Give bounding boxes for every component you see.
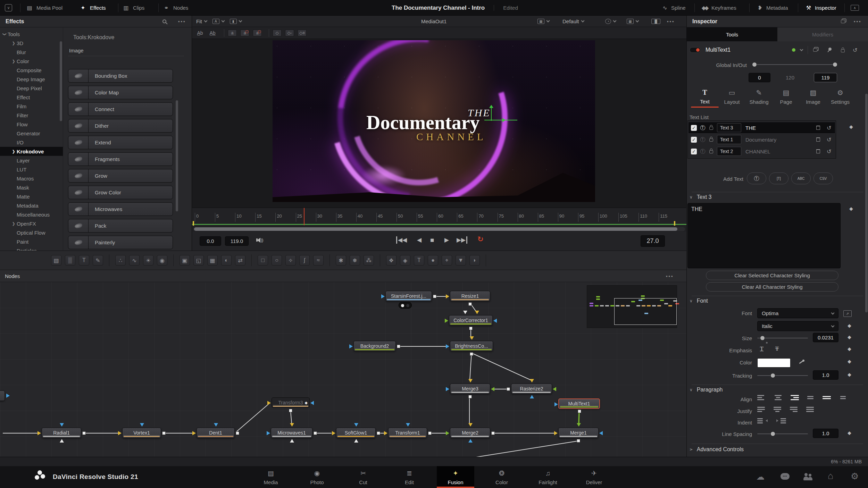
range-out-field[interactable]: 119.0 — [225, 236, 249, 246]
blur-tool-icon[interactable]: ◉ — [157, 255, 167, 266]
loop-button[interactable]: ↻ — [477, 235, 484, 243]
node-merge2[interactable]: Merge2 — [450, 428, 490, 438]
collaboration-icon[interactable] — [803, 473, 814, 481]
node-port-right[interactable] — [384, 431, 387, 435]
node-port-right[interactable] — [332, 431, 335, 435]
node-output-square[interactable] — [507, 387, 510, 391]
node-port-right[interactable] — [267, 401, 271, 405]
node-port-right[interactable] — [446, 387, 449, 391]
brightness-contrast-tool-icon[interactable]: ☀ — [143, 255, 153, 266]
bspline-mask-tool-icon[interactable]: ∫ — [299, 255, 310, 266]
play-reverse-button[interactable]: ◀ — [417, 236, 422, 244]
magic-mask-tool-icon[interactable]: ≈ — [313, 255, 324, 266]
tab-settings[interactable]: ⚙Settings — [827, 89, 853, 110]
node-softglow1[interactable]: SoftGlow1 — [336, 428, 376, 438]
align-top-icon[interactable] — [806, 396, 817, 404]
node-port-right[interactable] — [446, 344, 449, 348]
node-microwaves1[interactable]: Microwaves1 — [271, 428, 312, 438]
node-partial[interactable] — [0, 390, 5, 401]
color-controls-dropdown[interactable]: ◔ — [605, 19, 616, 24]
tree-item-composite[interactable]: Composite — [0, 66, 63, 75]
camera-3d-tool-icon[interactable]: ⌖ — [442, 255, 452, 266]
node-port-right[interactable] — [446, 294, 449, 298]
node-port-down[interactable] — [470, 336, 474, 340]
node-port-right[interactable] — [118, 431, 122, 435]
polygon-mask-tool-icon[interactable]: ✧ — [285, 255, 296, 266]
checkbox-checked[interactable]: ✓ — [691, 149, 697, 154]
add-text-on-path-button[interactable]: ABC — [791, 173, 811, 184]
tree-item-lut[interactable]: LUT — [0, 165, 63, 174]
tracking-handle[interactable] — [770, 373, 775, 378]
tree-item-openfx[interactable]: ❯OpenFX — [0, 219, 63, 228]
keyframe-diamond-icon[interactable]: ◆ — [849, 206, 853, 211]
tree-item-i-o[interactable]: I/O — [0, 138, 63, 147]
checkbox-checked[interactable]: ✓ — [691, 125, 697, 131]
keyframe-diamond-icon[interactable]: ◆ — [848, 346, 851, 352]
text-3d-tool-icon[interactable]: T — [414, 255, 424, 266]
node-output-square[interactable] — [314, 431, 317, 435]
go-to-start-button[interactable]: ◀◀ — [396, 236, 407, 244]
tool-fragments[interactable]: Fragments — [68, 152, 173, 166]
search-icon[interactable] — [162, 19, 166, 23]
tab-text[interactable]: TText — [692, 89, 718, 110]
line-spacing-handle[interactable] — [770, 431, 775, 436]
stop-button[interactable]: ■ — [430, 236, 434, 244]
node-output-square[interactable] — [236, 431, 239, 435]
page-deliver[interactable]: ✈Deliver — [575, 466, 613, 488]
page-fusion[interactable]: ✦Fusion — [437, 466, 474, 488]
top-button-effects[interactable]: ✦Effects — [79, 0, 106, 16]
page-fairlight[interactable]: ♫Fairlight — [529, 466, 567, 488]
node-resize1[interactable]: Resize1 — [450, 291, 490, 301]
node-connection[interactable] — [471, 353, 532, 380]
keyframe-diamond-icon[interactable]: ◆ — [849, 124, 853, 129]
tree-item-macros[interactable]: Macros — [0, 174, 63, 183]
align-bottom-icon[interactable] — [839, 396, 849, 404]
renderer-3d-tool-icon[interactable]: ▼ — [456, 255, 466, 266]
tab-layout[interactable]: ▭Layout — [719, 89, 745, 110]
node-port-up[interactable] — [290, 439, 294, 443]
channel-dropdown[interactable]: A — [212, 19, 224, 24]
node-port-down[interactable] — [290, 423, 294, 427]
node-output-square[interactable] — [578, 410, 581, 413]
tab-shading[interactable]: ✎Shading — [746, 89, 772, 110]
paragraph-section-header[interactable]: ∨Paragraph — [690, 387, 723, 393]
node-port-down[interactable] — [475, 311, 479, 314]
tool-bounding-box[interactable]: Bounding Box — [68, 69, 173, 83]
clear-all-styling-button[interactable]: Clear All Character Styling — [706, 282, 838, 292]
node-port-right[interactable] — [381, 294, 385, 298]
tree-item-optical-flow[interactable]: Optical Flow — [0, 228, 63, 237]
tree-item-layer[interactable]: Layer — [0, 156, 63, 165]
top-button-metadata[interactable]: ❥Metadata — [756, 0, 788, 16]
color-corrector-tool-icon[interactable]: ∴ — [115, 255, 126, 266]
font-style-dropdown[interactable]: Italic — [757, 321, 838, 331]
global-out-field[interactable]: 119 — [814, 73, 837, 82]
reset-icon[interactable]: ↺ — [853, 47, 857, 53]
text-item-name-field[interactable]: Text 3 — [717, 123, 741, 132]
trash-icon-wrap[interactable] — [816, 137, 820, 143]
tree-item-blur[interactable]: Blur — [0, 48, 63, 57]
node-port-right[interactable] — [554, 431, 558, 435]
tree-item-deep-image[interactable]: Deep Image — [0, 75, 63, 84]
top-button-clips[interactable]: ▥Clips — [122, 0, 144, 16]
node-output-square[interactable] — [577, 439, 580, 443]
node-port-right[interactable] — [349, 344, 353, 348]
align-right-icon[interactable] — [790, 395, 800, 403]
font-browser-icon[interactable]: ⇗ — [843, 310, 852, 317]
tree-item-miscellaneous[interactable]: Miscellaneous — [0, 210, 63, 219]
clear-selected-styling-button[interactable]: Clear Selected Character Styling — [706, 271, 838, 280]
node-rasterize2[interactable]: Rasterize2 — [511, 384, 552, 394]
font-color-swatch[interactable] — [757, 358, 791, 368]
keyframe-diamond-icon[interactable]: ◆ — [848, 359, 851, 364]
text-plus-tool-icon[interactable]: T — [79, 255, 89, 266]
fast-noise-tool-icon[interactable]: ▒ — [65, 255, 75, 266]
global-in-field[interactable]: 0 — [749, 73, 770, 82]
settings-gear-icon[interactable]: ⚙ — [851, 471, 859, 482]
page-media[interactable]: ▤Media — [252, 466, 290, 488]
tree-item-deep-pixel[interactable]: Deep Pixel — [0, 84, 63, 93]
node-vortex1[interactable]: Vortex1 — [122, 428, 161, 438]
text-content-textarea[interactable]: THE — [687, 203, 841, 268]
viewer-image-area[interactable]: THE Documentary CHANNEL — [192, 39, 686, 208]
char-style-icon[interactable]: a — [228, 30, 237, 36]
node-port-right[interactable] — [267, 431, 270, 435]
page-edit[interactable]: ≣Edit — [391, 466, 428, 488]
